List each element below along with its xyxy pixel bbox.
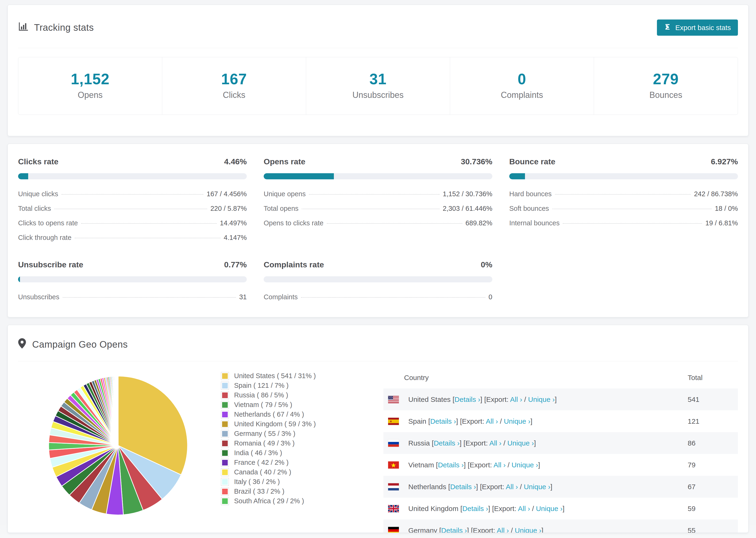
legend-label: Spain ( 121 / 7% ) [234,382,289,389]
flag-icon-ru [388,439,399,447]
legend-label: United Kingdom ( 59 / 3% ) [234,420,316,428]
summary-stats-row: 1,152Opens167Clicks31Unsubscribes0Compla… [18,57,738,115]
legend-item-vietnam[interactable]: Vietnam ( 79 / 5% ) [221,400,366,409]
geo-table: Country Total United States [Details ›] … [383,365,738,533]
export-unique-link[interactable]: Unique › [536,505,563,512]
export-unique-link[interactable]: Unique › [515,526,541,533]
legend-item-spain[interactable]: Spain ( 121 / 7% ) [221,381,366,390]
details-link[interactable]: Details › [438,461,464,469]
legend-item-romania[interactable]: Romania ( 49 / 3% ) [221,439,366,448]
stat-label: Total opens [264,205,298,212]
geo-table-header-country: Country [383,374,688,382]
details-link[interactable]: Details › [441,526,467,533]
legend-item-united-states[interactable]: United States ( 541 / 31% ) [221,371,366,381]
legend-item-russia[interactable]: Russia ( 86 / 5% ) [221,390,366,400]
stat-label: Opens to clicks rate [264,219,324,227]
details-link[interactable]: Details › [462,505,488,512]
export-all-link[interactable]: All › [506,483,518,491]
summary-value: 0 [450,71,594,88]
legend-item-south-africa[interactable]: South Africa ( 29 / 2% ) [221,496,366,506]
legend-item-united-kingdom[interactable]: United Kingdom ( 59 / 3% ) [221,419,366,429]
stat-value: 1,152 / 30.736% [443,190,492,198]
rate-stat-row: Opens to clicks rate689.82% [264,219,492,227]
map-pin-icon [18,338,26,351]
export-all-link[interactable]: All › [486,417,498,425]
country-links: Germany [Details ›] [Export: All › / Uni… [408,526,543,533]
export-all-link[interactable]: All › [489,439,502,447]
export-unique-link[interactable]: Unique › [528,396,555,403]
stat-value: 0 [489,293,492,301]
rate-progress-fill [18,173,28,179]
rate-progress-fill [509,173,525,179]
export-button-label: Export basic stats [675,24,731,32]
dotted-leader [62,194,203,194]
legend-label: Germany ( 55 / 3% ) [234,430,296,438]
stat-label: Soft bounces [509,205,549,212]
stat-label: Unsubscribes [18,293,59,301]
geo-total-value: 121 [688,417,738,425]
summary-cell-opens: 1,152Opens [18,57,162,115]
dotted-leader [302,209,439,209]
rate-progress-bar [264,276,492,282]
tracking-stats-header: Tracking stats Export basic stats [18,5,738,48]
legend-swatch [221,382,229,390]
dotted-leader [301,297,485,297]
details-link[interactable]: Details › [430,417,456,425]
rate-title: Bounce rate [509,157,556,166]
stat-value: 2,303 / 61.446% [443,205,492,212]
details-link[interactable]: Details › [434,439,459,447]
rate-stat-row: Complaints0 [264,293,492,301]
export-unique-link[interactable]: Unique › [507,439,534,447]
legend-item-france[interactable]: France ( 42 / 2% ) [221,458,366,467]
flag-icon-nl [388,483,399,491]
details-link[interactable]: Details › [450,483,476,491]
flag-icon-de [388,527,399,533]
legend-swatch [221,449,229,457]
geo-table-row-netherlands: Netherlands [Details ›] [Export: All › /… [383,476,738,498]
rate-value: 4.46% [224,157,247,166]
geo-opens-card: Campaign Geo Opens United States ( 541 /… [8,325,748,533]
dotted-leader [75,238,220,238]
legend-item-germany[interactable]: Germany ( 55 / 3% ) [221,429,366,439]
stat-value: 167 / 4.456% [207,190,247,198]
flag-icon-vn [388,461,399,469]
legend-item-brazil[interactable]: Brazil ( 33 / 2% ) [221,487,366,496]
legend-swatch [221,459,229,467]
rate-panel-unsubscribe-rate: Unsubscribe rate0.77%Unsubscribes31 [18,260,247,308]
geo-table-row-russia: Russia [Details ›] [Export: All › / Uniq… [383,432,738,454]
export-all-link[interactable]: All › [510,396,522,403]
stat-label: Clicks to opens rate [18,219,78,227]
summary-cell-bounces: 279Bounces [594,57,738,115]
legend-swatch [221,420,229,428]
rate-stat-row: Soft bounces18 / 0% [509,205,738,212]
export-all-link[interactable]: All › [494,461,506,469]
dotted-leader [552,209,711,209]
details-link[interactable]: Details › [455,396,480,403]
legend-swatch [221,497,229,505]
rate-stat-row: Total clicks220 / 5.87% [18,205,247,212]
export-basic-stats-button[interactable]: Export basic stats [657,20,738,36]
legend-item-italy[interactable]: Italy ( 36 / 2% ) [221,477,366,487]
export-all-link[interactable]: All › [497,526,509,533]
geo-pie-chart[interactable] [44,365,192,533]
legend-label: United States ( 541 / 31% ) [234,372,316,380]
legend-label: Russia ( 86 / 5% ) [234,391,288,399]
stat-value: 14.497% [220,219,247,227]
legend-item-netherlands[interactable]: Netherlands ( 67 / 4% ) [221,409,366,419]
rate-title: Unsubscribe rate [18,260,83,269]
legend-item-canada[interactable]: Canada ( 40 / 2% ) [221,467,366,477]
summary-label: Complaints [450,90,594,100]
summary-label: Clicks [162,90,306,100]
legend-label: Canada ( 40 / 2% ) [234,468,291,476]
rate-stat-row: Clicks to opens rate14.497% [18,219,247,227]
legend-label: Vietnam ( 79 / 5% ) [234,401,292,409]
export-unique-link[interactable]: Unique › [504,417,530,425]
export-unique-link[interactable]: Unique › [512,461,538,469]
stat-value: 18 / 0% [715,205,738,212]
geo-table-header: Country Total [383,367,738,389]
export-unique-link[interactable]: Unique › [524,483,550,491]
legend-item-india[interactable]: India ( 46 / 3% ) [221,448,366,458]
legend-swatch [221,430,229,438]
legend-swatch [221,391,229,399]
export-all-link[interactable]: All › [518,505,530,512]
